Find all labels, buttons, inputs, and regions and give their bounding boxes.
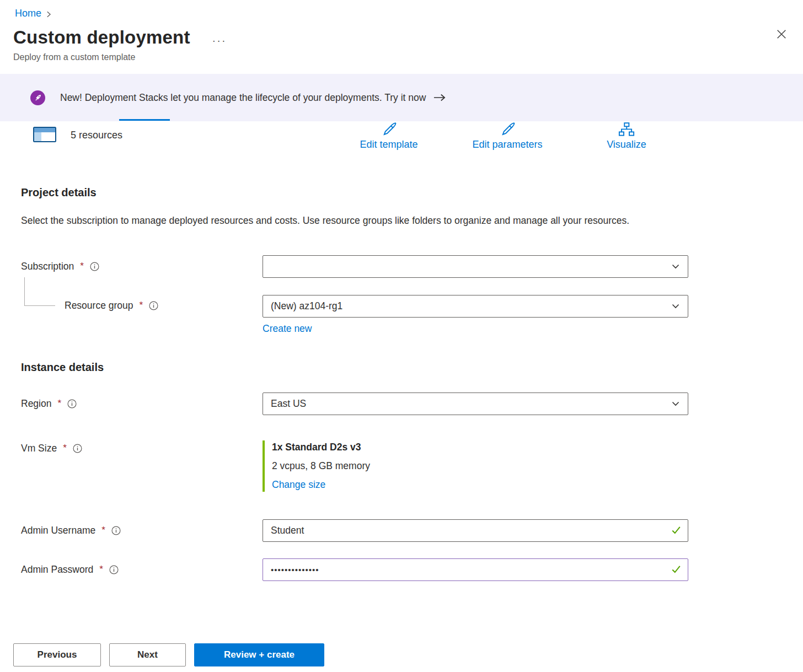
subscription-info-button[interactable] — [90, 262, 99, 271]
admin-password-input[interactable] — [263, 558, 688, 581]
info-icon — [149, 301, 158, 310]
subscription-select[interactable] — [263, 255, 688, 278]
template-bar: 5 resources Edit template Edit parameter… — [0, 121, 803, 162]
breadcrumb-home-link[interactable]: Home — [15, 8, 41, 19]
valid-checkmark-icon — [671, 565, 681, 577]
region-select[interactable]: East US — [263, 393, 688, 415]
region-row: Region* East US — [21, 393, 790, 415]
page-subtitle: Deploy from a custom template — [13, 52, 790, 62]
template-icon — [32, 125, 57, 146]
edit-parameters-link[interactable]: Edit parameters — [462, 121, 553, 150]
pencil-icon — [379, 121, 398, 138]
required-asterisk: * — [99, 564, 103, 575]
resource-group-label: Resource group — [65, 300, 133, 311]
required-asterisk: * — [57, 398, 61, 409]
region-value: East US — [271, 398, 306, 410]
instance-details-heading: Instance details — [21, 361, 790, 374]
vm-size-title: 1x Standard D2s v3 — [272, 442, 688, 453]
region-label: Region — [21, 398, 51, 410]
resource-group-row: Resource group* (New) az104-rg1 Create n… — [21, 295, 790, 335]
deployment-stacks-banner[interactable]: New! Deployment Stacks let you manage th… — [0, 74, 803, 121]
selected-tab-underline — [119, 119, 170, 121]
page-title: Custom deployment — [13, 27, 190, 48]
info-icon — [90, 262, 99, 271]
edit-template-link[interactable]: Edit template — [350, 121, 427, 150]
pencil-icon — [498, 121, 517, 138]
project-details-description: Select the subscription to manage deploy… — [21, 212, 661, 230]
banner-text: New! Deployment Stacks let you manage th… — [60, 92, 426, 104]
info-icon — [109, 565, 119, 574]
visualize-link[interactable]: Visualize — [601, 121, 652, 150]
change-size-link[interactable]: Change size — [272, 479, 325, 491]
resources-count-label: 5 resources — [71, 130, 122, 141]
subscription-label: Subscription — [21, 261, 74, 272]
required-asterisk: * — [101, 525, 105, 536]
required-asterisk: * — [63, 443, 67, 454]
vm-size-info-button[interactable] — [73, 444, 82, 453]
tree-connector — [24, 277, 55, 306]
info-icon — [111, 526, 121, 535]
template-resources: 5 resources — [32, 125, 122, 146]
admin-username-label: Admin Username — [21, 525, 95, 536]
vm-size-summary: 1x Standard D2s v3 2 vcpus, 8 GB memory … — [263, 440, 688, 492]
admin-password-label: Admin Password — [21, 564, 93, 576]
required-asterisk: * — [80, 261, 84, 272]
previous-button[interactable]: Previous — [13, 643, 101, 666]
vm-size-label: Vm Size — [21, 443, 57, 454]
custom-deployment-page: Home Custom deployment ··· Deploy from a… — [0, 0, 803, 672]
resource-group-select[interactable]: (New) az104-rg1 — [263, 295, 688, 318]
chevron-down-icon — [671, 302, 680, 310]
admin-username-input[interactable] — [263, 519, 688, 542]
form-content: Project details Select the subscription … — [0, 186, 803, 581]
sitemap-icon — [618, 121, 635, 138]
info-icon — [73, 444, 82, 453]
resource-group-info-button[interactable] — [149, 301, 158, 310]
info-icon — [67, 399, 77, 408]
banner-arrow-icon — [433, 93, 446, 103]
next-button[interactable]: Next — [109, 643, 186, 666]
review-create-button[interactable]: Review + create — [194, 643, 324, 666]
chevron-down-icon — [671, 399, 680, 408]
wizard-footer: Previous Next Review + create — [13, 643, 324, 666]
subscription-row: Subscription* — [21, 255, 790, 278]
more-actions-ellipsis[interactable]: ··· — [212, 34, 227, 47]
edit-parameters-label: Edit parameters — [472, 139, 542, 150]
page-header: Custom deployment ··· Deploy from a cust… — [0, 19, 803, 62]
project-details-heading: Project details — [21, 186, 790, 199]
resource-group-value: (New) az104-rg1 — [271, 300, 342, 312]
edit-template-label: Edit template — [360, 139, 417, 150]
admin-username-row: Admin Username* — [21, 519, 790, 542]
visualize-label: Visualize — [607, 139, 646, 150]
create-new-link[interactable]: Create new — [263, 323, 312, 335]
chevron-down-icon — [671, 262, 680, 271]
admin-password-info-button[interactable] — [109, 565, 119, 574]
breadcrumb: Home — [0, 0, 803, 19]
required-asterisk: * — [140, 300, 143, 311]
vm-size-specs: 2 vcpus, 8 GB memory — [272, 460, 688, 472]
breadcrumb-chevron-icon — [45, 10, 52, 18]
region-info-button[interactable] — [67, 399, 77, 408]
admin-username-info-button[interactable] — [111, 526, 121, 535]
vm-size-row: Vm Size* 1x Standard D2s v3 2 vcpus, 8 G… — [21, 440, 790, 492]
close-icon — [777, 29, 786, 39]
admin-password-row: Admin Password* — [21, 558, 790, 581]
close-button[interactable] — [772, 25, 791, 44]
rocket-icon — [30, 90, 45, 105]
valid-checkmark-icon — [671, 525, 681, 537]
